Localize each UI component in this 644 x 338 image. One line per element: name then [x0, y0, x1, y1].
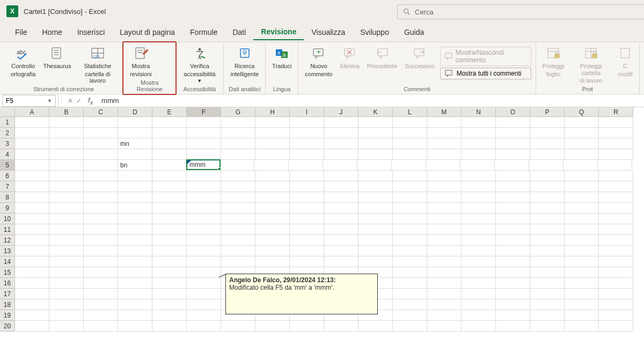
cell[interactable]: [290, 235, 324, 246]
elimina-commento-button[interactable]: Elimina: [338, 45, 362, 78]
cell[interactable]: [427, 181, 462, 192]
cell[interactable]: [84, 160, 118, 171]
cell[interactable]: [358, 235, 393, 246]
cell[interactable]: [118, 310, 152, 321]
cell[interactable]: [49, 149, 84, 160]
cell[interactable]: [15, 128, 49, 138]
proteggi-foglio-button[interactable]: Proteggifoglio: [540, 45, 567, 78]
cell[interactable]: [462, 246, 496, 256]
cell[interactable]: [530, 246, 565, 256]
row-header[interactable]: 8: [0, 192, 15, 203]
cell[interactable]: [221, 246, 255, 256]
cell[interactable]: [393, 128, 427, 138]
cell[interactable]: [462, 235, 496, 246]
cell[interactable]: [187, 138, 221, 149]
cell[interactable]: [118, 171, 152, 181]
cell[interactable]: [460, 160, 495, 171]
cell[interactable]: [565, 289, 599, 299]
cell[interactable]: [496, 267, 530, 278]
col-header[interactable]: F: [187, 107, 221, 117]
cell[interactable]: [462, 203, 496, 214]
cell[interactable]: [290, 149, 324, 160]
col-header[interactable]: K: [358, 107, 393, 117]
cell[interactable]: [152, 149, 187, 160]
cell[interactable]: [393, 224, 427, 235]
cell[interactable]: [49, 289, 84, 299]
col-header[interactable]: J: [324, 107, 358, 117]
cell[interactable]: [462, 267, 496, 278]
cell[interactable]: [530, 321, 565, 332]
cell[interactable]: [187, 117, 221, 128]
cell[interactable]: [118, 117, 152, 128]
cell[interactable]: [84, 224, 118, 235]
cell[interactable]: [393, 235, 427, 246]
cell[interactable]: [152, 289, 187, 299]
cell[interactable]: [152, 160, 187, 171]
mostra-tutti-button[interactable]: Mostra tutti i commenti: [440, 68, 531, 79]
cell[interactable]: [255, 117, 290, 128]
cell[interactable]: [599, 299, 633, 310]
cell[interactable]: [152, 267, 187, 278]
cell[interactable]: [462, 117, 496, 128]
menu-home[interactable]: Home: [35, 25, 70, 40]
cell[interactable]: [462, 289, 496, 299]
cell[interactable]: [427, 278, 462, 289]
cell[interactable]: [427, 192, 462, 203]
mostra-nascondi-button[interactable]: Mostra/Nascondi commento: [440, 47, 531, 66]
cell[interactable]: [530, 138, 565, 149]
cell[interactable]: [599, 171, 633, 181]
cell[interactable]: [118, 299, 152, 310]
cell[interactable]: [393, 117, 427, 128]
cell[interactable]: [462, 128, 496, 138]
controllo-ortografia-button[interactable]: abc Controlloortografia: [9, 45, 38, 78]
cell[interactable]: [393, 267, 427, 278]
cell[interactable]: [290, 117, 324, 128]
cell[interactable]: [496, 203, 530, 214]
cell[interactable]: [530, 299, 565, 310]
col-header[interactable]: N: [462, 107, 496, 117]
row-header[interactable]: 6: [0, 171, 15, 181]
cell[interactable]: [84, 299, 118, 310]
cell[interactable]: [496, 289, 530, 299]
cell[interactable]: [152, 235, 187, 246]
cell[interactable]: [462, 192, 496, 203]
cell[interactable]: [324, 235, 358, 246]
cell[interactable]: [599, 310, 633, 321]
cell[interactable]: [15, 117, 49, 128]
cell[interactable]: [599, 181, 633, 192]
cell[interactable]: [393, 192, 427, 203]
row-header[interactable]: 1: [0, 117, 15, 128]
cell[interactable]: [324, 181, 358, 192]
cell[interactable]: [496, 149, 530, 160]
menu-visualizza[interactable]: Visualizza: [304, 25, 353, 40]
cell[interactable]: [495, 160, 529, 171]
cell[interactable]: [324, 171, 358, 181]
cell[interactable]: [496, 214, 530, 224]
cell[interactable]: [565, 299, 599, 310]
row-header[interactable]: 17: [0, 289, 15, 299]
cell[interactable]: [599, 128, 633, 138]
cell[interactable]: [358, 192, 393, 203]
cell[interactable]: [324, 321, 358, 332]
cell[interactable]: [255, 138, 290, 149]
cell[interactable]: [393, 138, 427, 149]
thesaurus-button[interactable]: Thesaurus: [41, 45, 73, 78]
menu-formule[interactable]: Formule: [182, 25, 225, 40]
cell[interactable]: [358, 214, 393, 224]
row-header[interactable]: 18: [0, 299, 15, 310]
cell[interactable]: [462, 214, 496, 224]
cell[interactable]: [496, 171, 530, 181]
cell[interactable]: [393, 203, 427, 214]
search-input[interactable]: Cerca: [397, 4, 644, 19]
cell[interactable]: [565, 310, 599, 321]
cell[interactable]: [290, 138, 324, 149]
cell[interactable]: [152, 321, 187, 332]
cell[interactable]: [255, 214, 290, 224]
cell[interactable]: [393, 214, 427, 224]
cell[interactable]: [255, 246, 290, 256]
row-header[interactable]: 14: [0, 256, 15, 267]
cell[interactable]: [118, 224, 152, 235]
row-header[interactable]: 10: [0, 214, 15, 224]
cell[interactable]: [49, 310, 84, 321]
cell[interactable]: [599, 267, 633, 278]
